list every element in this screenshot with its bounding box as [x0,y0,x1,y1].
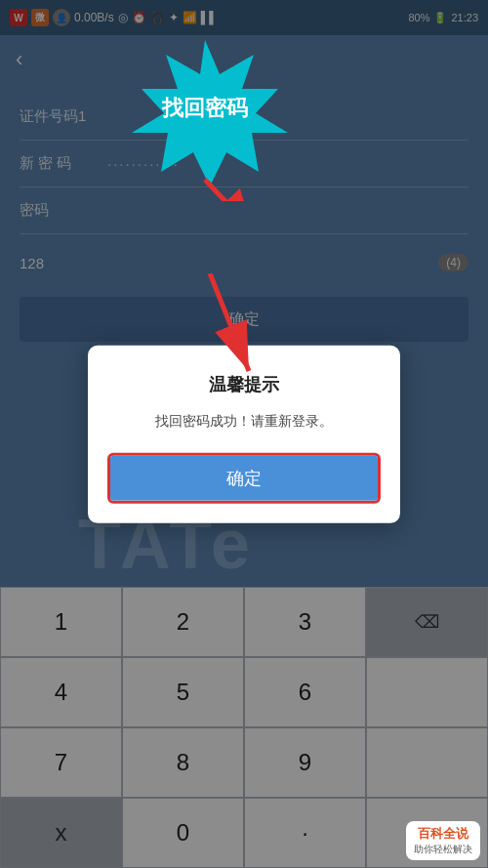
dialog-title: 温馨提示 [107,372,381,395]
dialog: 温馨提示 找回密码成功！请重新登录。 确定 [88,345,400,522]
watermark-title: 百科全说 [418,825,468,843]
dialog-confirm-button[interactable]: 确定 [110,456,378,501]
dialog-message: 找回密码成功！请重新登录。 [107,409,381,431]
watermark: 百科全说 助你轻松解决 [406,821,480,860]
watermark-subtitle: 助你轻松解决 [414,843,472,856]
dialog-button-wrapper: 确定 [107,453,381,504]
